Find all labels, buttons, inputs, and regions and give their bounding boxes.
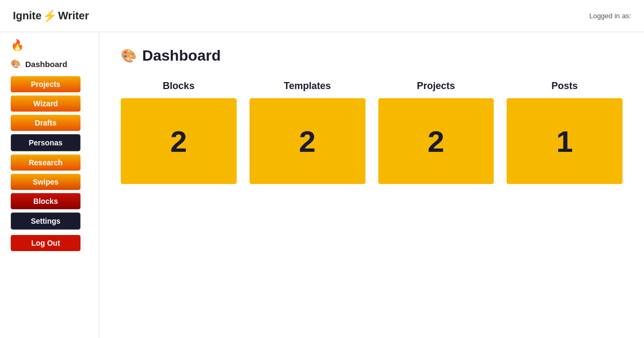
stat-col-posts: Posts 1	[507, 80, 623, 184]
stat-card-templates[interactable]: 2	[250, 98, 365, 184]
stat-card-posts[interactable]: 1	[507, 98, 623, 184]
sidebar-item-blocks[interactable]: Blocks	[11, 193, 80, 209]
page-title-icon: 🎨	[121, 48, 137, 63]
sidebar-item-projects[interactable]: Projects	[11, 76, 80, 92]
stat-card-blocks[interactable]: 2	[121, 98, 237, 184]
sidebar-item-wizard[interactable]: Wizard	[11, 95, 80, 112]
stat-col-projects: Projects 2	[378, 80, 494, 184]
stat-number-blocks: 2	[170, 124, 187, 159]
sidebar-item-settings[interactable]: Settings	[11, 212, 80, 230]
stat-number-posts: 1	[557, 124, 573, 159]
app-layout: 🔥 🎨 Dashboard Projects Wizard Drafts Per…	[0, 32, 644, 338]
sidebar-fire-icon: 🔥	[11, 39, 88, 52]
sidebar-item-drafts[interactable]: Drafts	[11, 115, 80, 131]
stat-label-projects: Projects	[417, 80, 455, 92]
sidebar: 🔥 🎨 Dashboard Projects Wizard Drafts Per…	[0, 32, 99, 338]
sidebar-item-research[interactable]: Research	[11, 155, 80, 171]
stat-label-templates: Templates	[284, 80, 331, 92]
app-logo: Ignite ⚡ Writer	[13, 9, 89, 23]
stat-number-projects: 2	[428, 124, 444, 159]
stat-col-blocks: Blocks 2	[121, 80, 237, 184]
stat-card-projects[interactable]: 2	[378, 98, 494, 184]
stat-label-posts: Posts	[552, 80, 578, 92]
sidebar-item-swipes[interactable]: Swipes	[11, 174, 80, 190]
logo-bolt: ⚡	[42, 9, 57, 23]
logged-in-label: Logged in as:	[589, 12, 631, 20]
sidebar-item-personas[interactable]: Personas	[11, 134, 80, 151]
logout-button[interactable]: Log Out	[11, 235, 80, 251]
main-content: 🎨 Dashboard Blocks 2 Templates 2 Project…	[99, 32, 644, 338]
palette-icon: 🎨	[11, 59, 21, 69]
page-title: 🎨 Dashboard	[121, 47, 623, 64]
stat-number-templates: 2	[299, 124, 316, 159]
stats-grid: Blocks 2 Templates 2 Projects 2 Posts	[121, 80, 623, 184]
dashboard-label: Dashboard	[25, 60, 67, 69]
logo-text-left: Ignite	[13, 10, 41, 22]
stat-label-blocks: Blocks	[163, 80, 194, 92]
logo-text-right: Writer	[58, 10, 89, 22]
stat-col-templates: Templates 2	[250, 80, 365, 184]
sidebar-dashboard-link[interactable]: 🎨 Dashboard	[11, 57, 88, 71]
page-title-text: Dashboard	[142, 47, 221, 64]
app-header: Ignite ⚡ Writer Logged in as:	[0, 0, 644, 32]
